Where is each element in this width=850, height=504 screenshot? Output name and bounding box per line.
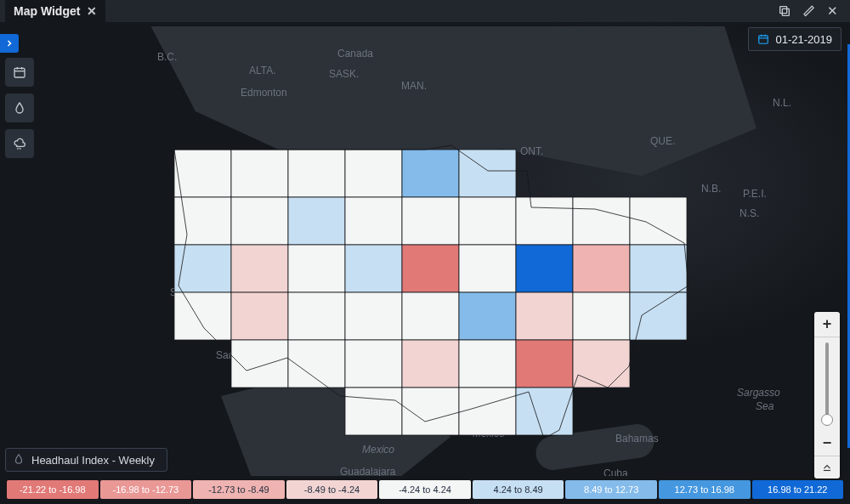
title-bar: Map Widget ✕ ✕	[0, 0, 850, 22]
map-region[interactable]	[231, 197, 288, 245]
date-value: 01-21-2019	[776, 33, 833, 46]
calendar-tool-icon[interactable]	[5, 58, 34, 87]
zoom-slider[interactable]	[814, 337, 840, 431]
legend-label: 4.24 to 8.49	[494, 484, 543, 495]
calendar-icon	[757, 33, 769, 45]
map-region[interactable]	[402, 150, 459, 197]
legend-swatch[interactable]: 8.49 to 12.73	[565, 480, 657, 499]
zoom-reset-button[interactable]	[814, 456, 840, 479]
map-region[interactable]	[516, 340, 573, 388]
map-region[interactable]	[174, 292, 231, 340]
active-layer-chip[interactable]: Headhaul Index - Weekly	[5, 448, 167, 472]
map-region[interactable]	[573, 292, 630, 340]
edit-icon[interactable]	[801, 3, 816, 19]
map-region[interactable]	[516, 245, 573, 292]
map-stage[interactable]: B.C.ALTA.SASK.CanadaMAN.EdmontonONT.N.B.…	[0, 22, 850, 476]
widget-title-tab: Map Widget ✕	[5, 0, 105, 22]
legend-swatch[interactable]: -12.73 to -8.49	[193, 480, 285, 499]
legend-label: 8.49 to 12.73	[584, 484, 638, 495]
map-region[interactable]	[345, 340, 402, 388]
map-region[interactable]	[516, 388, 573, 435]
layer-label: Headhaul Index - Weekly	[31, 454, 155, 467]
legend-label: 12.73 to 16.98	[675, 484, 734, 495]
legend-swatch[interactable]: 4.24 to 8.49	[473, 480, 564, 499]
widget-title: Map Widget	[14, 4, 80, 18]
map-region[interactable]	[174, 245, 231, 292]
sidebar-toggle[interactable]	[0, 34, 19, 53]
map-region[interactable]	[345, 292, 402, 340]
legend-label: -21.22 to -16.98	[20, 484, 86, 495]
topbar-actions: ✕	[777, 3, 845, 19]
svg-rect-2	[14, 68, 25, 77]
map-region[interactable]	[459, 340, 516, 388]
map-region[interactable]	[630, 197, 687, 245]
svg-rect-0	[782, 8, 789, 15]
map-region[interactable]	[573, 197, 630, 245]
droplet-tool-icon[interactable]	[5, 93, 34, 122]
map-region[interactable]	[288, 340, 345, 388]
map-region[interactable]	[402, 292, 459, 340]
zoom-thumb[interactable]	[821, 414, 833, 426]
map-region[interactable]	[402, 197, 459, 245]
legend-label: -4.24 to 4.24	[399, 484, 451, 495]
map-region[interactable]	[516, 197, 573, 245]
legend: -21.22 to -16.98-16.98 to -12.73-12.73 t…	[7, 480, 843, 499]
map-region[interactable]	[288, 245, 345, 292]
map-region[interactable]	[231, 245, 288, 292]
map-region[interactable]	[345, 245, 402, 292]
map-region[interactable]	[345, 197, 402, 245]
map-region[interactable]	[402, 245, 459, 292]
map-region[interactable]	[459, 388, 516, 435]
map-region[interactable]	[345, 388, 402, 435]
date-picker[interactable]: 01-21-2019	[748, 27, 842, 51]
legend-label: -16.98 to -12.73	[113, 484, 179, 495]
legend-swatch[interactable]: 16.98 to 21.22	[752, 480, 844, 499]
map-region[interactable]	[573, 245, 630, 292]
sidebar	[5, 58, 34, 158]
map-region[interactable]	[630, 292, 687, 340]
map-region[interactable]	[573, 340, 630, 388]
zoom-in-button[interactable]: +	[814, 312, 840, 337]
legend-label: -12.73 to -8.49	[208, 484, 269, 495]
map-region[interactable]	[288, 197, 345, 245]
map-region[interactable]	[630, 245, 687, 292]
map-region[interactable]	[459, 292, 516, 340]
legend-swatch[interactable]: -8.49 to -4.24	[286, 480, 378, 499]
zoom-control: + −	[814, 312, 840, 479]
zoom-out-button[interactable]: −	[814, 431, 840, 456]
legend-label: 16.98 to 21.22	[768, 484, 827, 495]
svg-rect-1	[780, 7, 787, 14]
legend-swatch[interactable]: -16.98 to -12.73	[100, 480, 192, 499]
svg-rect-8	[758, 36, 768, 43]
cloud-tool-icon[interactable]	[5, 129, 34, 158]
map-region[interactable]	[231, 292, 288, 340]
map-region[interactable]	[459, 245, 516, 292]
legend-swatch[interactable]: -21.22 to -16.98	[7, 480, 99, 499]
droplet-icon	[13, 453, 25, 467]
map-region[interactable]	[231, 150, 288, 197]
legend-swatch[interactable]: -4.24 to 4.24	[379, 480, 471, 499]
map-region[interactable]	[345, 150, 402, 197]
legend-swatch[interactable]: 12.73 to 16.98	[659, 480, 751, 499]
map-region[interactable]	[516, 292, 573, 340]
map-region[interactable]	[174, 150, 231, 197]
map-region[interactable]	[459, 197, 516, 245]
map-region[interactable]	[402, 340, 459, 388]
map-region[interactable]	[288, 150, 345, 197]
close-icon[interactable]: ✕	[824, 3, 840, 19]
map-region[interactable]	[288, 292, 345, 340]
duplicate-icon[interactable]	[777, 3, 792, 19]
legend-label: -8.49 to -4.24	[304, 484, 360, 495]
close-tab-icon[interactable]: ✕	[87, 4, 97, 18]
choropleth-layer	[0, 22, 850, 476]
